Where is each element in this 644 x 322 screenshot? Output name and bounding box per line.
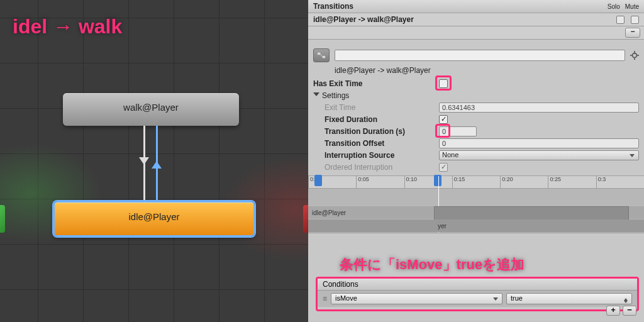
prop-transition-duration: Transition Duration (s) 0 bbox=[308, 125, 644, 137]
tick: 0:20 bbox=[500, 176, 548, 188]
svg-point-2 bbox=[633, 53, 637, 58]
solo-label: Solo bbox=[608, 3, 620, 10]
transition-subname: idle@Player -> walk@Player bbox=[308, 65, 644, 77]
remove-transition-button[interactable]: − bbox=[625, 28, 640, 38]
tick: 0:10 bbox=[404, 176, 452, 188]
prop-interruption-source: Interruption Source None bbox=[308, 149, 644, 161]
timeline-clip-src-label: idle@Player bbox=[312, 209, 346, 216]
transition-offset-label: Transition Offset bbox=[313, 139, 439, 148]
arrow-down-icon bbox=[139, 157, 149, 170]
foldout-icon bbox=[313, 92, 319, 99]
gear-icon[interactable] bbox=[630, 51, 639, 60]
condition-value-select[interactable]: true bbox=[506, 293, 632, 304]
ordered-interruption-checkbox[interactable] bbox=[439, 163, 448, 172]
prop-has-exit-time: Has Exit Time bbox=[308, 77, 644, 89]
transitions-header: Transitions Solo Mute bbox=[308, 0, 644, 13]
annotation-conditions: 条件に「isMove」trueを追加 bbox=[340, 255, 525, 274]
settings-foldout[interactable]: Settings bbox=[308, 89, 644, 101]
has-exit-time-checkbox[interactable] bbox=[439, 79, 448, 88]
tick: 0:3 bbox=[596, 176, 644, 188]
annotation-title: idel → walk bbox=[13, 15, 122, 38]
solo-checkbox[interactable] bbox=[616, 16, 625, 24]
tick: 0:15 bbox=[452, 176, 500, 188]
timeline-clip-dst-label-row: yer bbox=[308, 219, 644, 232]
node-idle[interactable]: idle@Player bbox=[53, 201, 255, 236]
transition-list-item-label: idle@Player -> walk@Player bbox=[313, 15, 610, 24]
svg-rect-0 bbox=[318, 53, 320, 55]
transition-icon-row bbox=[308, 46, 644, 65]
timeline-ruler[interactable]: 0:00 0:05 0:10 0:15 0:20 0:25 0:3 bbox=[308, 176, 644, 189]
range-out-handle[interactable] bbox=[434, 175, 441, 186]
prop-exit-time: Exit Time 0.6341463 bbox=[308, 101, 644, 113]
tick: 0:05 bbox=[356, 176, 404, 188]
add-condition-button[interactable]: + bbox=[606, 306, 620, 316]
arrow-up-icon bbox=[152, 156, 162, 169]
conditions-box: Conditions ≡ isMove true bbox=[316, 277, 639, 311]
timeline-clip-dst-label: yer bbox=[438, 223, 447, 230]
prop-transition-offset: Transition Offset 0 bbox=[308, 137, 644, 149]
tick: 0:25 bbox=[548, 176, 596, 188]
node-walk-label: walk@Player bbox=[123, 102, 179, 113]
prop-ordered-interruption: Ordered Interruption bbox=[308, 161, 644, 173]
conditions-header: Conditions bbox=[318, 279, 637, 291]
spacer bbox=[308, 40, 644, 46]
transition-offset-field[interactable]: 0 bbox=[439, 138, 639, 148]
entry-node-edge bbox=[0, 205, 5, 233]
svg-rect-1 bbox=[323, 56, 325, 58]
settings-label-text: Settings bbox=[322, 91, 349, 100]
remove-transition-row: − bbox=[308, 26, 644, 40]
has-exit-time-label: Has Exit Time bbox=[313, 79, 439, 88]
transitions-title: Transitions bbox=[313, 2, 608, 11]
range-in-handle[interactable] bbox=[314, 175, 322, 186]
interruption-source-select[interactable]: None bbox=[439, 150, 639, 160]
transition-list-item[interactable]: idle@Player -> walk@Player bbox=[308, 13, 644, 26]
prop-fixed-duration: Fixed Duration bbox=[308, 113, 644, 125]
fixed-duration-label: Fixed Duration bbox=[313, 115, 439, 124]
ordered-interruption-label: Ordered Interruption bbox=[313, 163, 439, 172]
conditions-buttons: + − bbox=[606, 306, 636, 316]
settings-label: Settings bbox=[313, 91, 439, 100]
transition-duration-field[interactable]: 0 bbox=[439, 126, 477, 136]
animator-graph[interactable]: idel → walk walk@Player idle@Player bbox=[0, 0, 308, 322]
exit-time-field[interactable]: 0.6341463 bbox=[439, 103, 639, 113]
transition-name-field[interactable] bbox=[335, 50, 625, 61]
exit-time-label: Exit Time bbox=[313, 103, 439, 112]
node-walk[interactable]: walk@Player bbox=[63, 93, 239, 126]
transition-icon bbox=[313, 48, 330, 62]
transition-timeline[interactable]: 0:00 0:05 0:10 0:15 0:20 0:25 0:3 idle@P… bbox=[308, 175, 644, 233]
condition-param-select[interactable]: isMove bbox=[331, 293, 502, 304]
transition-duration-label: Transition Duration (s) bbox=[313, 127, 439, 136]
drag-handle-icon[interactable]: ≡ bbox=[323, 294, 327, 303]
mute-checkbox[interactable] bbox=[631, 16, 639, 24]
interruption-source-label: Interruption Source bbox=[313, 151, 439, 160]
mute-label: Mute bbox=[625, 3, 639, 10]
exit-node-edge bbox=[303, 205, 308, 233]
remove-condition-button[interactable]: − bbox=[623, 306, 636, 316]
node-idle-label: idle@Player bbox=[128, 211, 179, 222]
fixed-duration-checkbox[interactable] bbox=[439, 115, 448, 124]
condition-row: ≡ isMove true bbox=[318, 291, 637, 307]
